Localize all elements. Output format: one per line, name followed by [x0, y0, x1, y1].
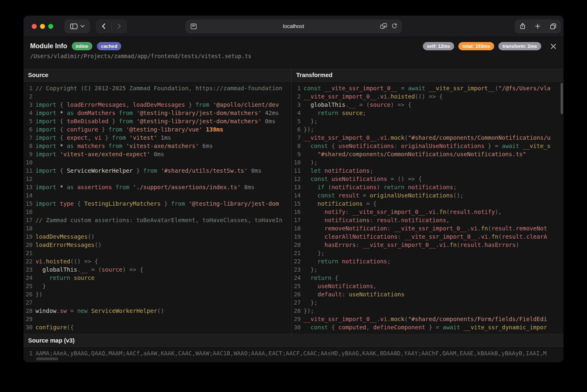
code-line: 28window.sw = new ServiceWorkerHelper() [24, 307, 291, 315]
code-line: 15 notifications = { [292, 200, 563, 208]
code-line: 19loadDevMessages() [24, 232, 291, 241]
address-bar[interactable]: localhost [185, 19, 402, 33]
code-line: 26}) [24, 290, 291, 298]
code-line: 14 [24, 191, 291, 200]
metric-self: self: 12ms [423, 42, 454, 50]
source-panel-title: Source [24, 68, 291, 82]
code-line: 14 const result = originalUseNotificatio… [292, 191, 563, 200]
code-line: 20loadErrorMessages() [24, 241, 291, 249]
new-tab-button[interactable] [535, 23, 541, 29]
sourcemap-mapping: AAMA;AAeA,yBAAG,QAAQ,MAAM;AACf,aAAW,KAAK… [35, 349, 547, 357]
traffic-lights [32, 24, 53, 29]
zoom-window-button[interactable] [48, 24, 53, 29]
metric-total: total: 193ms [458, 42, 494, 50]
code-line: 5 }; [292, 117, 563, 125]
code-line: 12 const useNotifications = () => { [292, 175, 563, 183]
module-info-header: Module Info inline cached self: 12ms tot… [24, 37, 563, 68]
chevron-down-icon [80, 25, 85, 28]
forward-button[interactable] [111, 19, 127, 33]
code-line: 27 [24, 298, 291, 307]
code-line: 4import * as domMatchers from '@testing-… [24, 109, 291, 117]
code-line: 27 }; [292, 298, 563, 307]
back-button[interactable] [96, 19, 111, 33]
code-line: 16 notify: __vite_ssr_import_0__.vi.fn(r… [292, 208, 563, 216]
chevron-right-icon [117, 23, 122, 29]
code-line: 2__vite_ssr_import_0__.vi.hoisted(() => … [292, 92, 563, 101]
code-line: 30configure({ [24, 323, 291, 331]
code-line: 1const __vite_ssr_import_0__ = await __v… [292, 84, 563, 92]
code-line: 19 clearAllNotifications: __vite_ssr_imp… [292, 232, 563, 241]
badge-inline: inline [72, 42, 92, 50]
code-line: 11import { ServiceWorkerHelper } from '#… [24, 167, 291, 175]
timing-metrics: self: 12ms total: 193ms transform: 2ms [419, 42, 563, 50]
code-line: 5import { toBeDisabled } from '@testing-… [24, 117, 291, 125]
source-code[interactable]: 1// Copyright (C) 2012-2025 Zammad Found… [24, 82, 291, 334]
code-line: 29 [24, 315, 291, 323]
vertical-scrollbar[interactable] [561, 83, 563, 114]
tab-overview-button[interactable] [550, 23, 556, 30]
close-icon [550, 43, 556, 49]
code-line: 21 }; [292, 249, 563, 257]
code-line: 17 notifications: result.notifications, [292, 216, 563, 224]
sourcemap-title: Source map (v3) [24, 334, 563, 347]
url-text[interactable]: localhost [185, 23, 402, 29]
badge-cached: cached [97, 42, 122, 50]
browser-window: localhost [24, 16, 563, 362]
code-line: 8import * as matchers from 'vitest-axe/m… [24, 142, 291, 150]
code-line: 1// Copyright (C) 2012-2025 Zammad Found… [24, 84, 291, 92]
browser-toolbar: localhost [24, 16, 563, 37]
reload-icon[interactable] [391, 23, 397, 29]
code-line: 28}); [292, 307, 563, 315]
code-line: 25 useNotifications, [292, 282, 563, 290]
tabs-icon [550, 23, 556, 30]
plus-icon [535, 23, 541, 29]
sourcemap-section: Source map (v3) 1 AAMA;AAeA,yBAAG,QAAQ,M… [24, 334, 563, 362]
minimize-window-button[interactable] [40, 24, 45, 29]
code-line: 4 return source; [292, 109, 563, 117]
code-line: 10 [24, 158, 291, 167]
sidebar-toggle-button[interactable] [64, 19, 90, 33]
share-button[interactable] [519, 23, 526, 30]
source-panel: Source 1// Copyright (C) 2012-2025 Zamma… [24, 68, 292, 334]
translate-icon[interactable] [380, 23, 387, 29]
code-line: 22vi.hoisted(() => { [24, 257, 291, 265]
sidebar-icon [70, 23, 78, 30]
page-title: Module Info [30, 42, 67, 50]
code-line: 21 [24, 249, 291, 257]
share-icon [519, 23, 526, 30]
code-panels: Source 1// Copyright (C) 2012-2025 Zamma… [24, 68, 563, 334]
code-line: 17// Zammad custom assertions: toBeAvata… [24, 216, 291, 224]
code-line: 18 removeNotification: __vite_ssr_import… [292, 224, 563, 232]
code-line: 9import 'vitest-axe/extend-expect' 0ms [24, 150, 291, 158]
code-line: 26 default: useNotifications [292, 290, 563, 298]
horizontal-scrollbar[interactable] [36, 357, 58, 360]
code-line: 25 } [24, 282, 291, 290]
code-line: 24 return source [24, 274, 291, 282]
code-line: 6import { configure } from '@testing-lib… [24, 125, 291, 134]
chevron-left-icon [101, 23, 106, 29]
transformed-code[interactable]: 1const __vite_ssr_import_0__ = await __v… [292, 82, 563, 334]
code-line: 9 "#shared/components/CommonNotification… [292, 150, 563, 158]
code-line: 6}); [292, 125, 563, 134]
sourcemap-line-number: 1 [24, 349, 35, 357]
code-line: 12 [24, 175, 291, 183]
close-button[interactable] [550, 43, 556, 49]
code-line: 7import { expect, vi } from 'vitest' 1ms [24, 134, 291, 142]
code-line: 29__vite_ssr_import_0__.vi.mock("#shared… [292, 315, 563, 323]
code-line: 30 const { computed, defineComponent } =… [292, 323, 563, 331]
code-line: 22 return notifications; [292, 257, 563, 265]
code-line: 11 let notifications; [292, 167, 563, 175]
sourcemap-line: 1 AAMA;AAeA,yBAAG,QAAQ,MAAM;AACf,aAAW,KA… [24, 347, 563, 362]
code-line: 10 ); [292, 158, 563, 167]
code-line: 13import * as assertions from './support… [24, 183, 291, 191]
code-line: 7__vite_ssr_import_0__.vi.mock("#shared/… [292, 134, 563, 142]
code-line: 13 if (notifications) return notificatio… [292, 183, 563, 191]
toolbar-right-buttons [515, 19, 561, 33]
code-line: 23 globalThis.__ = (source) => { [24, 265, 291, 274]
code-line: 15import type { TestingLibraryMatchers }… [24, 200, 291, 208]
close-window-button[interactable] [32, 24, 37, 29]
code-line: 24 return { [292, 274, 563, 282]
module-file-path: /Users/vladimir/Projects/zammad/app/fron… [30, 53, 563, 59]
code-line: 16 [24, 208, 291, 216]
code-line: 18 [24, 224, 291, 232]
